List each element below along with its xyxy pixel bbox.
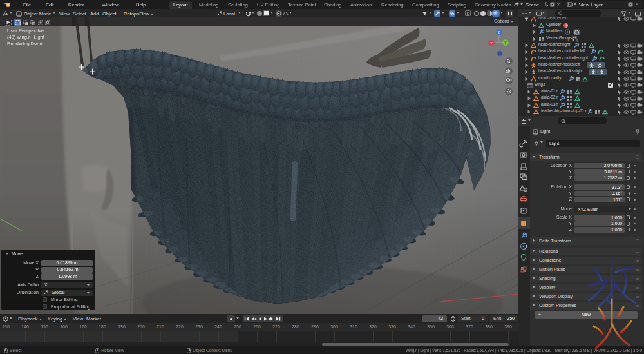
svg-text:Y: Y [504,41,507,44]
svg-text:4: 4 [576,39,578,41]
svg-text:User Perspective: User Perspective [7,28,44,34]
svg-text:Rendering Done: Rendering Done [7,41,43,46]
svg-text:3: 3 [568,26,569,28]
svg-text:(43) wing.r | Light: (43) wing.r | Light [7,34,45,40]
svg-text:X: X [490,41,493,45]
svg-text:Z: Z [498,30,500,34]
